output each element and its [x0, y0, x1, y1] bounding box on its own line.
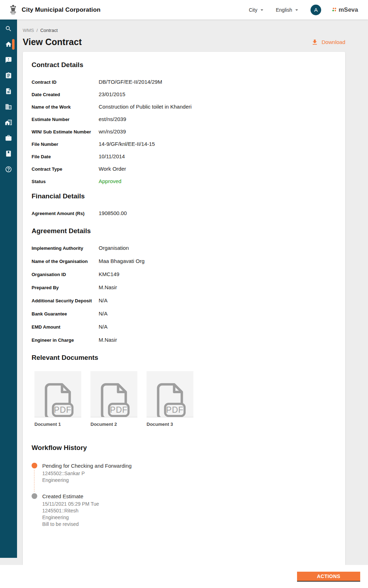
status-value: Approved	[99, 178, 337, 185]
timeline-dot-done	[32, 493, 37, 499]
actions-button[interactable]: ACTIONS	[297, 572, 360, 582]
help-icon	[5, 166, 12, 173]
field-value: 1908500.00	[99, 210, 337, 216]
field-value: Work Order	[99, 165, 337, 172]
field-value: Maa Bhagavati Org	[99, 258, 337, 264]
field-row-agreement-amount: Agreement Amount (Rs) 1908500.00	[32, 210, 337, 216]
national-emblem-logo	[9, 3, 18, 17]
section-heading-relevant-documents: Relevant Documents	[32, 354, 337, 362]
field-value: N/A	[99, 323, 337, 330]
field-value: Construction of Public toilet in Khander…	[99, 103, 337, 110]
sidebar-item-help[interactable]	[5, 166, 12, 173]
field-row-contract-id: Contract ID DB/TO/GF/EE-II/2014/29M	[32, 78, 337, 85]
active-item-indicator	[12, 39, 15, 50]
breadcrumb-contract: Contract	[40, 28, 57, 33]
language-selector[interactable]: English	[276, 7, 300, 13]
document-thumbnail[interactable]: PDF	[90, 371, 137, 417]
mseva-dots-icon	[332, 7, 337, 12]
field-label: EMD Amount	[32, 323, 99, 330]
field-value: KMC149	[99, 271, 337, 277]
field-value: 14-9/GF/knl/EE-II/14-15	[99, 141, 337, 147]
section-heading-agreement-details: Agreement Details	[32, 227, 337, 235]
workflow-timeline: Pending for Checking and Forwarding 1245…	[32, 462, 337, 528]
field-label: Contract ID	[32, 78, 99, 85]
pdf-file-icon: PDF	[153, 382, 187, 417]
sidebar-item-work[interactable]	[5, 134, 12, 142]
field-row-emd-amount: EMD Amount N/A	[32, 323, 337, 330]
svg-text:PDF: PDF	[166, 405, 184, 414]
chevron-down-icon	[259, 7, 265, 13]
field-label: WIN/ Sub Estimate Number	[32, 128, 99, 135]
workflow-entry-assignee: 1245502::Sankar P	[42, 470, 337, 477]
field-label: File Number	[32, 141, 99, 147]
timeline-dot-current	[32, 463, 37, 468]
field-row-win-sub-estimate: WIN/ Sub Estimate Number wn/ns/2039	[32, 128, 337, 135]
mseva-logo-text: mSeva	[339, 6, 358, 13]
field-label: Name of the Work	[32, 103, 99, 110]
city-selector-label: City	[249, 7, 257, 13]
field-row-name-of-work: Name of the Work Construction of Public …	[32, 103, 337, 110]
workflow-entry-assignee: 1245501::Ritesh	[42, 507, 337, 514]
building-icon	[5, 103, 12, 110]
document-item-2[interactable]: PDF Document 2	[90, 371, 137, 427]
sidebar-item-home[interactable]	[5, 41, 12, 48]
workflow-entry-created: Created Estimate 15/11/2021 05:29 PM Tue…	[32, 493, 337, 528]
home-work-icon	[5, 119, 12, 126]
field-row-organisation-id: Organisation ID KMC149	[32, 271, 337, 277]
field-label: Date Created	[32, 91, 99, 98]
sidebar-item-organisation[interactable]	[5, 103, 12, 110]
user-avatar[interactable]: A	[311, 5, 321, 15]
field-label: Additional Security Deposit	[32, 297, 99, 304]
sidebar-item-assignments[interactable]	[5, 72, 12, 79]
sidebar-item-search[interactable]	[5, 25, 12, 32]
workflow-entry-title: Pending for Checking and Forwarding	[42, 462, 337, 469]
field-label: Bank Guarantee	[32, 310, 99, 317]
section-heading-financial-details: Financial Details	[32, 192, 337, 200]
section-heading-workflow-history: Workflow History	[32, 444, 337, 452]
field-row-file-number: File Number 14-9/GF/knl/EE-II/14-15	[32, 141, 337, 147]
document-item-1[interactable]: PDF Document 1	[34, 371, 81, 427]
field-label: Estimate Number	[32, 116, 99, 122]
breadcrumb-wms[interactable]: WMS	[23, 28, 34, 33]
field-row-estimate-number: Estimate Number est/ns/2039	[32, 116, 337, 122]
field-label: Name of the Organisation	[32, 258, 99, 264]
download-label: Download	[322, 39, 345, 45]
pdf-file-icon: PDF	[97, 382, 131, 417]
download-button[interactable]: Download	[311, 39, 345, 46]
field-value: M.Nasir	[99, 284, 337, 291]
document-thumbnail[interactable]: PDF	[34, 371, 81, 417]
field-label: Prepared By	[32, 284, 99, 291]
field-value: 10/11/2014	[99, 153, 337, 160]
workflow-entry-title: Created Estimate	[42, 493, 337, 500]
breadcrumb-separator: /	[37, 28, 38, 33]
contract-card: Contract Details Contract ID DB/TO/GF/EE…	[23, 52, 345, 577]
field-value: M.Nasir	[99, 336, 337, 343]
document-thumbnail[interactable]: PDF	[147, 371, 193, 417]
field-value: Organisation	[99, 244, 337, 251]
sidebar-item-reference-book[interactable]	[5, 150, 12, 157]
field-row-status: Status Approved	[32, 178, 337, 185]
bookmark-book-icon	[5, 150, 12, 157]
app-title: City Municipal Corporation	[22, 6, 100, 13]
search-icon	[5, 25, 12, 32]
language-selector-label: English	[276, 7, 292, 13]
sidebar-item-complaints[interactable]	[5, 56, 12, 64]
field-row-additional-security-deposit: Additional Security Deposit N/A	[32, 297, 337, 304]
footer-bar: ACTIONS	[0, 565, 368, 588]
briefcase-icon	[5, 134, 12, 142]
field-value: N/A	[99, 310, 337, 317]
app-body: WMS / Contract View Contract Download Co…	[0, 20, 368, 565]
sidebar	[0, 20, 17, 558]
workflow-entry-pending: Pending for Checking and Forwarding 1245…	[32, 462, 337, 484]
document-label: Document 1	[34, 422, 81, 427]
sidebar-item-documents[interactable]	[5, 88, 12, 95]
field-row-contract-type: Contract Type Work Order	[32, 165, 337, 172]
sidebar-item-home-work[interactable]	[5, 119, 12, 126]
city-selector[interactable]: City	[249, 7, 265, 13]
field-label: Organisation ID	[32, 271, 99, 277]
field-value: N/A	[99, 297, 337, 304]
field-row-bank-guarantee: Bank Guarantee N/A	[32, 310, 337, 317]
workflow-entry-department: Engineering	[42, 477, 337, 484]
field-row-implementing-authority: Implementing Authority Organisation	[32, 244, 337, 251]
document-item-3[interactable]: PDF Document 3	[147, 371, 193, 427]
